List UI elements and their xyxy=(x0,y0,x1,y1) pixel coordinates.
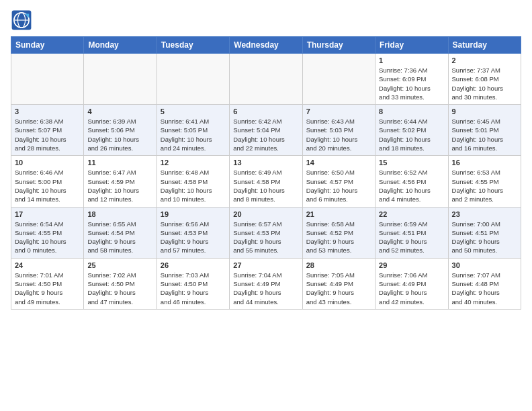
table-row: 20Sunrise: 6:57 AMSunset: 4:53 PMDayligh… xyxy=(230,207,302,258)
calendar: SundayMondayTuesdayWednesdayThursdayFrid… xyxy=(11,36,521,310)
day-number: 16 xyxy=(452,158,517,167)
header xyxy=(11,7,521,31)
weekday-header-saturday: Saturday xyxy=(448,37,521,54)
table-row: 25Sunrise: 7:02 AMSunset: 4:50 PMDayligh… xyxy=(84,258,157,309)
table-row: 18Sunrise: 6:55 AMSunset: 4:54 PMDayligh… xyxy=(84,207,157,258)
calendar-week-3: 10Sunrise: 6:46 AMSunset: 5:00 PMDayligh… xyxy=(11,156,521,207)
table-row xyxy=(302,54,375,105)
day-number: 8 xyxy=(379,107,444,116)
day-number: 27 xyxy=(233,261,298,269)
table-row: 8Sunrise: 6:44 AMSunset: 5:02 PMDaylight… xyxy=(375,105,448,156)
day-info: Sunrise: 7:00 AMSunset: 4:51 PMDaylight:… xyxy=(452,220,517,255)
day-number: 6 xyxy=(233,107,298,116)
table-row: 11Sunrise: 6:47 AMSunset: 4:59 PMDayligh… xyxy=(84,156,157,207)
day-number: 1 xyxy=(379,56,444,64)
table-row: 23Sunrise: 7:00 AMSunset: 4:51 PMDayligh… xyxy=(448,207,521,258)
day-number: 15 xyxy=(379,158,444,167)
calendar-week-4: 17Sunrise: 6:54 AMSunset: 4:55 PMDayligh… xyxy=(11,207,521,258)
table-row xyxy=(157,54,229,105)
table-row: 28Sunrise: 7:05 AMSunset: 4:49 PMDayligh… xyxy=(302,258,375,309)
day-info: Sunrise: 6:50 AMSunset: 4:57 PMDaylight:… xyxy=(306,168,371,203)
day-info: Sunrise: 6:43 AMSunset: 5:03 PMDaylight:… xyxy=(306,117,371,152)
day-number: 20 xyxy=(233,210,298,218)
table-row: 17Sunrise: 6:54 AMSunset: 4:55 PMDayligh… xyxy=(11,207,84,258)
table-row: 4Sunrise: 6:39 AMSunset: 5:06 PMDaylight… xyxy=(84,105,157,156)
weekday-header-monday: Monday xyxy=(84,37,157,54)
table-row xyxy=(11,54,84,105)
day-info: Sunrise: 6:55 AMSunset: 4:54 PMDaylight:… xyxy=(87,220,152,255)
day-number: 29 xyxy=(379,261,444,269)
table-row: 6Sunrise: 6:42 AMSunset: 5:04 PMDaylight… xyxy=(230,105,302,156)
day-info: Sunrise: 7:06 AMSunset: 4:49 PMDaylight:… xyxy=(379,271,444,306)
page: SundayMondayTuesdayWednesdayThursdayFrid… xyxy=(0,0,532,320)
day-info: Sunrise: 6:59 AMSunset: 4:51 PMDaylight:… xyxy=(379,220,444,255)
day-info: Sunrise: 6:47 AMSunset: 4:59 PMDaylight:… xyxy=(87,168,152,203)
table-row: 26Sunrise: 7:03 AMSunset: 4:50 PMDayligh… xyxy=(157,258,229,309)
table-row: 15Sunrise: 6:52 AMSunset: 4:56 PMDayligh… xyxy=(375,156,448,207)
day-info: Sunrise: 6:39 AMSunset: 5:06 PMDaylight:… xyxy=(87,117,152,152)
weekday-header-wednesday: Wednesday xyxy=(230,37,302,54)
calendar-week-5: 24Sunrise: 7:01 AMSunset: 4:50 PMDayligh… xyxy=(11,258,521,309)
table-row: 27Sunrise: 7:04 AMSunset: 4:49 PMDayligh… xyxy=(230,258,302,309)
table-row: 12Sunrise: 6:48 AMSunset: 4:58 PMDayligh… xyxy=(157,156,229,207)
table-row: 3Sunrise: 6:38 AMSunset: 5:07 PMDaylight… xyxy=(11,105,84,156)
day-info: Sunrise: 6:54 AMSunset: 4:55 PMDaylight:… xyxy=(15,220,80,255)
calendar-week-1: 1Sunrise: 7:36 AMSunset: 6:09 PMDaylight… xyxy=(11,54,521,105)
day-info: Sunrise: 7:04 AMSunset: 4:49 PMDaylight:… xyxy=(233,271,298,306)
day-number: 18 xyxy=(87,210,152,218)
day-number: 10 xyxy=(15,158,80,167)
day-number: 23 xyxy=(452,210,517,218)
table-row: 1Sunrise: 7:36 AMSunset: 6:09 PMDaylight… xyxy=(375,54,448,105)
day-number: 5 xyxy=(161,107,226,116)
table-row: 9Sunrise: 6:45 AMSunset: 5:01 PMDaylight… xyxy=(448,105,521,156)
table-row: 22Sunrise: 6:59 AMSunset: 4:51 PMDayligh… xyxy=(375,207,448,258)
day-info: Sunrise: 6:48 AMSunset: 4:58 PMDaylight:… xyxy=(161,168,226,203)
calendar-header-row: SundayMondayTuesdayWednesdayThursdayFrid… xyxy=(11,37,521,54)
day-number: 21 xyxy=(306,210,371,218)
day-info: Sunrise: 6:42 AMSunset: 5:04 PMDaylight:… xyxy=(233,117,298,152)
day-info: Sunrise: 7:37 AMSunset: 6:08 PMDaylight:… xyxy=(452,66,517,101)
day-info: Sunrise: 7:05 AMSunset: 4:49 PMDaylight:… xyxy=(306,271,371,306)
weekday-header-friday: Friday xyxy=(375,37,448,54)
logo-icon xyxy=(11,9,32,31)
day-info: Sunrise: 7:07 AMSunset: 4:48 PMDaylight:… xyxy=(452,271,517,306)
day-info: Sunrise: 7:03 AMSunset: 4:50 PMDaylight:… xyxy=(161,271,226,306)
table-row: 21Sunrise: 6:58 AMSunset: 4:52 PMDayligh… xyxy=(302,207,375,258)
table-row: 14Sunrise: 6:50 AMSunset: 4:57 PMDayligh… xyxy=(302,156,375,207)
table-row: 19Sunrise: 6:56 AMSunset: 4:53 PMDayligh… xyxy=(157,207,229,258)
weekday-header-tuesday: Tuesday xyxy=(157,37,229,54)
table-row xyxy=(84,54,157,105)
day-info: Sunrise: 6:56 AMSunset: 4:53 PMDaylight:… xyxy=(161,220,226,255)
day-number: 22 xyxy=(379,210,444,218)
table-row: 29Sunrise: 7:06 AMSunset: 4:49 PMDayligh… xyxy=(375,258,448,309)
table-row: 7Sunrise: 6:43 AMSunset: 5:03 PMDaylight… xyxy=(302,105,375,156)
table-row: 16Sunrise: 6:53 AMSunset: 4:55 PMDayligh… xyxy=(448,156,521,207)
day-number: 30 xyxy=(452,261,517,269)
day-info: Sunrise: 6:52 AMSunset: 4:56 PMDaylight:… xyxy=(379,168,444,203)
table-row: 13Sunrise: 6:49 AMSunset: 4:58 PMDayligh… xyxy=(230,156,302,207)
table-row: 2Sunrise: 7:37 AMSunset: 6:08 PMDaylight… xyxy=(448,54,521,105)
day-number: 3 xyxy=(15,107,80,116)
day-info: Sunrise: 6:58 AMSunset: 4:52 PMDaylight:… xyxy=(306,220,371,255)
day-number: 25 xyxy=(87,261,152,269)
day-info: Sunrise: 6:49 AMSunset: 4:58 PMDaylight:… xyxy=(233,168,298,203)
day-number: 9 xyxy=(452,107,517,116)
day-number: 28 xyxy=(306,261,371,269)
weekday-header-thursday: Thursday xyxy=(302,37,375,54)
table-row: 5Sunrise: 6:41 AMSunset: 5:05 PMDaylight… xyxy=(157,105,229,156)
day-number: 12 xyxy=(161,158,226,167)
day-info: Sunrise: 6:57 AMSunset: 4:53 PMDaylight:… xyxy=(233,220,298,255)
day-info: Sunrise: 6:45 AMSunset: 5:01 PMDaylight:… xyxy=(452,117,517,152)
day-number: 4 xyxy=(87,107,152,116)
day-info: Sunrise: 6:53 AMSunset: 4:55 PMDaylight:… xyxy=(452,168,517,203)
day-number: 13 xyxy=(233,158,298,167)
day-info: Sunrise: 7:36 AMSunset: 6:09 PMDaylight:… xyxy=(379,66,444,101)
day-info: Sunrise: 7:02 AMSunset: 4:50 PMDaylight:… xyxy=(87,271,152,306)
day-number: 7 xyxy=(306,107,371,116)
day-info: Sunrise: 6:44 AMSunset: 5:02 PMDaylight:… xyxy=(379,117,444,152)
logo xyxy=(11,9,35,31)
table-row: 30Sunrise: 7:07 AMSunset: 4:48 PMDayligh… xyxy=(448,258,521,309)
day-number: 19 xyxy=(161,210,226,218)
day-info: Sunrise: 7:01 AMSunset: 4:50 PMDaylight:… xyxy=(15,271,80,306)
day-info: Sunrise: 6:41 AMSunset: 5:05 PMDaylight:… xyxy=(161,117,226,152)
